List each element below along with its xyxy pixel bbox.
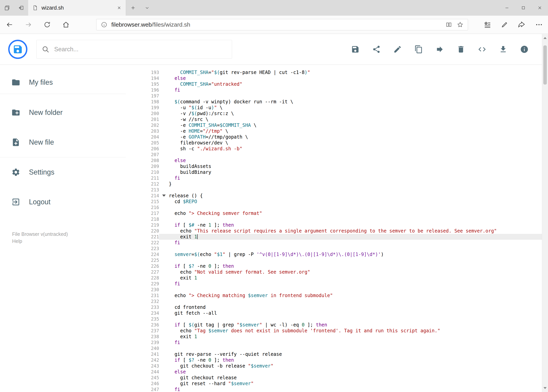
code-line[interactable]: 232 (126, 298, 542, 304)
code-text[interactable]: echo "This release script requires a sin… (159, 228, 542, 234)
code-text[interactable] (159, 316, 542, 322)
code-line[interactable]: 238 exit 1 (126, 334, 542, 340)
code-text[interactable] (159, 152, 542, 158)
code-text[interactable]: exit 1 (159, 234, 542, 240)
code-text[interactable]: filebrowser/dev \ (159, 140, 542, 146)
scroll-down-arrow[interactable] (542, 384, 548, 392)
code-line[interactable]: 233 cd frontend (126, 304, 542, 310)
code-line[interactable]: 198 $(command -v winpty) docker run --rm… (126, 99, 542, 105)
code-text[interactable]: COMMIT_SHA="$(git rev-parse HEAD | cut -… (159, 70, 542, 75)
sidebar-item-new-folder[interactable]: New folder (0, 103, 126, 122)
page-scrollbar[interactable] (542, 34, 548, 392)
code-text[interactable]: echo "Not valid semver format. See semve… (159, 269, 542, 275)
delete-button[interactable] (457, 45, 465, 54)
code-line[interactable]: 225 (126, 257, 542, 263)
code-line[interactable]: 234 git fetch --all (126, 310, 542, 316)
sidebar-item-my-files[interactable]: My files (0, 73, 126, 92)
code-text[interactable]: semver=$(echo "$1" | grep -P '^v(0|[1-9]… (159, 252, 542, 257)
code-line[interactable]: 197 (126, 93, 542, 99)
code-text[interactable] (159, 93, 542, 99)
share-page-icon[interactable] (517, 19, 527, 30)
code-text[interactable]: fi (159, 340, 542, 345)
code-text[interactable]: COMMIT_SHA="untracked" (159, 81, 542, 87)
code-line[interactable]: 200 -v /$(pwd):/src:z \ (126, 111, 542, 116)
code-line[interactable]: 202 -e COMMIT_SHA=$COMMIT_SHA \ (126, 122, 542, 128)
code-text[interactable]: git rev-parse --verify --quiet release (159, 351, 542, 357)
code-text[interactable]: echo "> Checking semver format" (159, 210, 542, 216)
move-button[interactable] (435, 45, 444, 54)
code-line[interactable]: 230 (126, 287, 542, 293)
code-text[interactable]: cd $REPO (159, 199, 542, 204)
code-text[interactable]: if [ $? -ne 0 ]; then (159, 263, 542, 269)
rename-button[interactable] (393, 45, 402, 54)
code-text[interactable]: fi (159, 175, 542, 181)
code-editor[interactable]: 193 COMMIT_SHA="$(git rev-parse HEAD | c… (126, 65, 542, 392)
code-text[interactable]: $(command -v winpty) docker run --rm -it… (159, 99, 542, 105)
code-line[interactable]: 213 (126, 187, 542, 193)
code-line[interactable]: 210 buildBinary (126, 169, 542, 175)
code-line[interactable]: 247 fi (126, 386, 542, 392)
more-options-icon[interactable] (534, 19, 544, 30)
minimize-button[interactable] (499, 0, 515, 16)
code-line[interactable]: 224 semver=$(echo "$1" | grep -P '^v(0|[… (126, 252, 542, 257)
code-line[interactable]: 223 (126, 246, 542, 252)
code-line[interactable]: 226 if [ $? -ne 0 ]; then (126, 263, 542, 269)
code-line[interactable]: 229 fi (126, 281, 542, 287)
code-line[interactable]: 239 fi (126, 340, 542, 345)
code-line[interactable]: 215 cd $REPO (126, 199, 542, 204)
site-info-icon[interactable] (100, 21, 108, 29)
code-line[interactable]: 241 git rev-parse --verify --quiet relea… (126, 351, 542, 357)
code-line[interactable]: 194 else (126, 75, 542, 81)
code-text[interactable]: -v /$(pwd):/src:z \ (159, 111, 542, 116)
code-line[interactable]: 208 else (126, 158, 542, 163)
code-line[interactable]: 220 echo "This release script requires a… (126, 228, 542, 234)
code-text[interactable]: release () { (159, 193, 542, 199)
set-tabs-aside-icon[interactable] (14, 0, 28, 16)
scrollbar-thumb[interactable] (543, 45, 547, 84)
code-text[interactable]: git checkout release (159, 375, 542, 381)
scroll-up-arrow[interactable] (542, 34, 548, 42)
code-line[interactable]: 211 fi (126, 175, 542, 181)
code-line[interactable]: 216 (126, 204, 542, 210)
maximize-button[interactable] (515, 0, 532, 16)
address-bar[interactable]: filebrowser.web/files/wizard.sh (96, 19, 468, 30)
code-line[interactable]: 193 COMMIT_SHA="$(git rev-parse HEAD | c… (126, 70, 542, 75)
code-line[interactable]: 204 -e GOPATH=//tmp/gopath \ (126, 134, 542, 140)
web-note-pen-icon[interactable] (499, 19, 510, 30)
code-text[interactable] (159, 257, 542, 263)
code-line[interactable]: 203 -e HOME="//tmp" \ (126, 128, 542, 134)
code-text[interactable]: git reset --hard "$semver" (159, 381, 542, 386)
share-button[interactable] (372, 45, 381, 54)
code-text[interactable]: else (159, 75, 542, 81)
refresh-button[interactable] (42, 19, 53, 30)
code-text[interactable]: buildBinary (159, 169, 542, 175)
reading-view-icon[interactable] (445, 21, 453, 29)
download-button[interactable] (499, 45, 508, 54)
forward-button[interactable] (23, 19, 34, 30)
favorite-star-icon[interactable] (456, 21, 464, 29)
code-line[interactable]: 240 (126, 345, 542, 351)
code-text[interactable]: buildAssets (159, 163, 542, 169)
close-window-button[interactable] (532, 0, 548, 16)
code-text[interactable]: git fetch --all (159, 310, 542, 316)
code-text[interactable]: sh -c "./wizard.sh -b" (159, 146, 542, 152)
hub-favorites-icon[interactable] (482, 19, 493, 30)
code-line[interactable]: 217 echo "> Checking semver format" (126, 210, 542, 216)
home-button[interactable] (60, 19, 72, 30)
tabs-set-aside-icon[interactable] (0, 0, 14, 16)
code-line[interactable]: 218 (126, 216, 542, 222)
new-tab-button[interactable] (126, 0, 140, 16)
code-line[interactable]: 201 -w //src \ (126, 116, 542, 122)
code-text[interactable] (159, 246, 542, 252)
search-input[interactable] (54, 46, 227, 53)
code-line[interactable]: 214release () { (126, 193, 542, 199)
code-text[interactable]: git checkout -b release "$semver" (159, 363, 542, 369)
code-text[interactable]: else (159, 369, 542, 375)
code-text[interactable]: } (159, 181, 542, 187)
app-logo[interactable] (8, 40, 28, 59)
code-line[interactable]: 243 git checkout -b release "$semver" (126, 363, 542, 369)
code-view-button[interactable] (478, 45, 486, 54)
help-link[interactable]: Help (12, 238, 68, 245)
code-text[interactable]: echo "> Checking matching $semver in fro… (159, 293, 542, 298)
code-text[interactable] (159, 298, 542, 304)
